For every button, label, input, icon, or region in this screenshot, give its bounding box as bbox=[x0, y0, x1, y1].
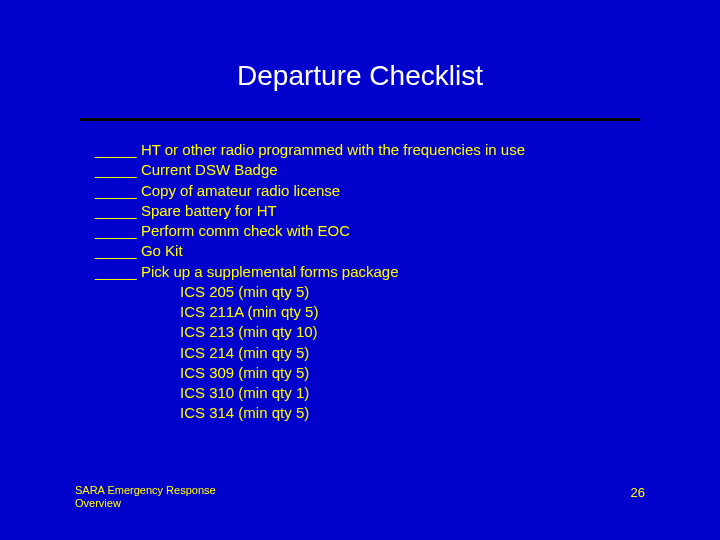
checklist-item: _____ HT or other radio programmed with … bbox=[95, 140, 650, 160]
item-text: Copy of amateur radio license bbox=[141, 182, 340, 199]
item-text: Go Kit bbox=[141, 242, 183, 259]
checklist-content: _____ HT or other radio programmed with … bbox=[95, 140, 650, 424]
blank-line: _____ bbox=[95, 181, 137, 201]
item-text: HT or other radio programmed with the fr… bbox=[141, 141, 525, 158]
checklist-item: _____ Pick up a supplemental forms packa… bbox=[95, 262, 650, 282]
item-text: Pick up a supplemental forms package bbox=[141, 263, 399, 280]
checklist-subitem: ICS 205 (min qty 5) bbox=[95, 282, 650, 302]
page-number: 26 bbox=[631, 485, 645, 500]
checklist-subitem: ICS 213 (min qty 10) bbox=[95, 322, 650, 342]
checklist-subitem: ICS 309 (min qty 5) bbox=[95, 363, 650, 383]
title-underline bbox=[80, 118, 640, 121]
item-text: Current DSW Badge bbox=[141, 161, 278, 178]
checklist-item: _____ Copy of amateur radio license bbox=[95, 181, 650, 201]
checklist-item: _____ Go Kit bbox=[95, 241, 650, 261]
checklist-subitem: ICS 211A (min qty 5) bbox=[95, 302, 650, 322]
blank-line: _____ bbox=[95, 262, 137, 282]
checklist-subitem: ICS 314 (min qty 5) bbox=[95, 403, 650, 423]
checklist-item: _____ Spare battery for HT bbox=[95, 201, 650, 221]
item-text: Spare battery for HT bbox=[141, 202, 277, 219]
blank-line: _____ bbox=[95, 201, 137, 221]
slide: Departure Checklist _____ HT or other ra… bbox=[0, 0, 720, 540]
checklist-subitem: ICS 310 (min qty 1) bbox=[95, 383, 650, 403]
blank-line: _____ bbox=[95, 140, 137, 160]
blank-line: _____ bbox=[95, 241, 137, 261]
checklist-item: _____ Current DSW Badge bbox=[95, 160, 650, 180]
footer-line2: Overview bbox=[75, 497, 235, 510]
checklist-item: _____ Perform comm check with EOC bbox=[95, 221, 650, 241]
footer-line1: SARA Emergency Response bbox=[75, 484, 235, 497]
blank-line: _____ bbox=[95, 221, 137, 241]
slide-title: Departure Checklist bbox=[0, 60, 720, 92]
item-text: Perform comm check with EOC bbox=[141, 222, 350, 239]
blank-line: _____ bbox=[95, 160, 137, 180]
checklist-subitem: ICS 214 (min qty 5) bbox=[95, 343, 650, 363]
footer-left: SARA Emergency Response Overview bbox=[75, 484, 235, 510]
